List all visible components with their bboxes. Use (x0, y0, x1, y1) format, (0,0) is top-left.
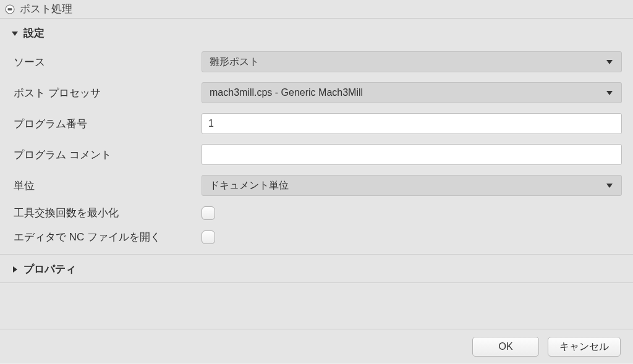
input-program-comment[interactable] (202, 144, 622, 165)
window-title: ポスト処理 (20, 2, 72, 16)
row-post-processor: ポスト プロセッサ mach3mill.cps - Generic Mach3M… (14, 77, 622, 108)
label-minimize-tool-changes: 工具交換回数を最小化 (14, 206, 202, 220)
svg-marker-3 (606, 60, 613, 64)
label-source: ソース (14, 55, 202, 69)
label-program-number: プログラム番号 (14, 117, 202, 131)
label-open-nc-in-editor: エディタで NC ファイルを開く (14, 230, 202, 244)
chevron-down-icon (605, 181, 614, 190)
label-program-comment: プログラム コメント (14, 148, 202, 162)
section-properties-title: プロパティ (23, 262, 76, 276)
select-post-processor-value: mach3mill.cps - Generic Mach3Mill (210, 87, 363, 98)
dialog-content: 設定 ソース 雛形ポスト ポスト プロセッサ (0, 19, 633, 329)
chevron-down-icon (605, 88, 614, 97)
svg-rect-1 (8, 8, 12, 11)
row-program-comment: プログラム コメント (14, 139, 622, 170)
section-settings-body: ソース 雛形ポスト ポスト プロセッサ mach (0, 46, 633, 254)
select-source[interactable]: 雛形ポスト (202, 51, 622, 72)
section-properties: プロパティ (0, 255, 633, 283)
post-process-dialog: ポスト処理 設定 ソース 雛形ポスト (0, 0, 633, 364)
row-open-nc-in-editor: エディタで NC ファイルを開く (14, 225, 622, 249)
checkbox-minimize-tool-changes[interactable] (202, 206, 215, 220)
svg-marker-2 (12, 32, 18, 36)
app-icon (5, 4, 15, 14)
select-units-value: ドキュメント単位 (210, 179, 289, 192)
dialog-footer: OK キャンセル (0, 329, 633, 364)
label-post-processor: ポスト プロセッサ (14, 86, 202, 100)
svg-marker-6 (13, 266, 17, 273)
section-settings-header[interactable]: 設定 (0, 19, 633, 46)
cancel-button[interactable]: キャンセル (548, 337, 621, 357)
svg-marker-5 (606, 184, 613, 188)
row-program-number: プログラム番号 (14, 108, 622, 139)
chevron-down-icon (605, 57, 614, 66)
row-source: ソース 雛形ポスト (14, 46, 622, 77)
select-units[interactable]: ドキュメント単位 (202, 175, 622, 196)
input-program-number[interactable] (202, 113, 622, 134)
row-units: 単位 ドキュメント単位 (14, 170, 622, 201)
titlebar: ポスト処理 (0, 0, 633, 19)
disclosure-down-icon (11, 30, 19, 37)
disclosure-right-icon (11, 266, 19, 273)
checkbox-open-nc-in-editor[interactable] (202, 231, 215, 244)
row-minimize-tool-changes: 工具交換回数を最小化 (14, 201, 622, 225)
select-source-value: 雛形ポスト (210, 56, 259, 69)
svg-marker-4 (606, 91, 613, 95)
section-settings-title: 設定 (23, 26, 45, 40)
select-post-processor[interactable]: mach3mill.cps - Generic Mach3Mill (202, 82, 622, 103)
label-units: 単位 (14, 179, 202, 193)
section-properties-header[interactable]: プロパティ (0, 255, 633, 282)
section-settings: 設定 ソース 雛形ポスト ポスト プロセッサ (0, 19, 633, 255)
ok-button[interactable]: OK (472, 337, 539, 357)
